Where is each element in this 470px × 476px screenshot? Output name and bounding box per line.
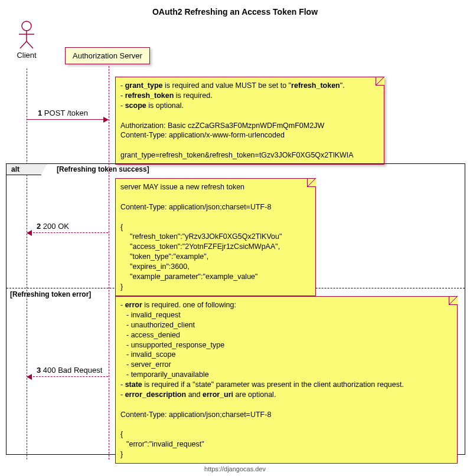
footer-link: https://djangocas.dev: [0, 465, 470, 472]
svg-point-0: [22, 21, 31, 31]
svg-line-3: [20, 41, 27, 48]
arrow-head-icon: [103, 117, 109, 123]
note-request: - grant_type is required and value MUST …: [115, 77, 384, 165]
note-success-response: server MAY issue a new refresh token Con…: [115, 178, 316, 296]
alt-tab: alt: [6, 163, 47, 175]
msg2-label: 2 200 OK: [37, 222, 69, 231]
stick-figure-icon: [17, 20, 37, 50]
arrow-head-icon: [27, 374, 32, 380]
authorization-server-box: Authorization Server: [65, 47, 150, 64]
note-error-response: - error is required. one of following: -…: [115, 296, 458, 464]
msg2-arrow: [27, 232, 108, 233]
svg-line-4: [27, 41, 33, 48]
alt-condition-success: [Refreshing token success]: [57, 165, 149, 173]
client-label: Client: [17, 51, 37, 60]
diagram-title: OAuth2 Refreshing an Access Token Flow: [0, 7, 470, 17]
client-actor: Client: [17, 20, 37, 60]
msg1-arrow: [27, 119, 108, 120]
arrow-head-icon: [27, 230, 32, 236]
msg1-label: 1 POST /token: [38, 109, 88, 117]
msg3-arrow: [27, 376, 108, 377]
alt-condition-error: [Refreshing token error]: [10, 290, 91, 298]
msg3-label: 3 400 Bad Request: [37, 366, 102, 375]
